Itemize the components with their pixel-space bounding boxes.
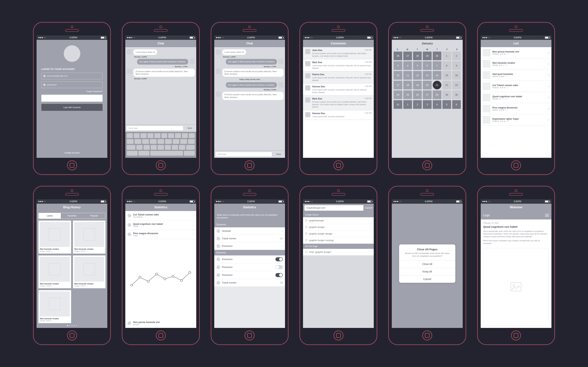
home-button[interactable] xyxy=(67,160,77,170)
calendar-day[interactable]: 26 xyxy=(394,51,402,60)
calendar-day[interactable]: 7 xyxy=(433,61,441,70)
calendar-day[interactable]: 5 xyxy=(442,100,451,109)
calendar-day[interactable]: 20 xyxy=(423,81,432,89)
calendar-day[interactable]: 1 xyxy=(403,100,412,109)
blog-tile[interactable]: Nisi honeste vivaturDesign ★★★☆☆ xyxy=(73,255,106,288)
blog-tile[interactable]: Nisi honeste vivaturDesign ★★★☆☆ xyxy=(73,221,106,254)
list-item[interactable]: Nisi honeste vivaturDesign ★★☆☆☆ › xyxy=(481,58,552,70)
calendar-day[interactable]: 30 xyxy=(452,91,461,99)
list-item[interactable]: Cui Tubuli nomen odioFashion ★★★☆☆ › xyxy=(481,81,552,92)
accordion-item[interactable]: Piso magna dissensioVisits⌃ xyxy=(125,230,196,239)
calendar-day[interactable]: 16 xyxy=(452,71,461,80)
calendar-day[interactable]: 3 xyxy=(423,100,432,109)
calendar-day[interactable]: 17 xyxy=(394,81,402,89)
home-button[interactable] xyxy=(422,160,432,170)
setting-row[interactable]: Tubuli nomenOff xyxy=(214,279,285,287)
calendar-day[interactable]: 2 xyxy=(413,100,422,109)
keyboard[interactable] xyxy=(125,132,196,158)
calendar-day[interactable]: 24 xyxy=(394,91,402,99)
home-button[interactable] xyxy=(511,160,521,170)
calendar-day[interactable]: 14 xyxy=(433,71,441,80)
calendar-day[interactable]: 1 xyxy=(442,51,451,60)
home-button[interactable] xyxy=(422,331,432,340)
calendar-day[interactable]: 29 xyxy=(442,91,451,99)
blog-tile[interactable]: Nisi honeste vivaturDesign ★★★☆☆ xyxy=(38,255,71,288)
calendar-day[interactable]: 19 xyxy=(413,81,422,89)
calendar-day[interactable]: 18 xyxy=(403,81,412,89)
calendar-day[interactable]: 28 xyxy=(413,51,422,60)
tab-popular[interactable]: Popular xyxy=(83,213,105,218)
send-button[interactable]: Send xyxy=(183,125,196,132)
search-input[interactable]: GraphicBurger.com xyxy=(304,205,363,211)
list-item[interactable]: Non posse honeste viviFashion ★★★☆☆ › xyxy=(481,47,552,58)
home-button[interactable] xyxy=(245,331,254,340)
calendar-day[interactable]: 10 xyxy=(394,71,402,80)
accordion-item[interactable]: Quod cognitum non habetTraffic⌄ xyxy=(125,220,196,230)
search-suggestion[interactable]: graphicburger xyxy=(303,217,374,224)
calendar-day[interactable]: 30 xyxy=(433,51,441,60)
message-input[interactable]: Lorem ipsu xyxy=(126,126,183,131)
calendar-day[interactable]: 22 xyxy=(442,81,451,89)
create-account-link[interactable]: Create Account xyxy=(41,151,103,154)
search-suggestion[interactable]: graphic burger mockup xyxy=(303,237,374,244)
forgot-password-link[interactable]: Forgot Password? xyxy=(41,90,103,92)
calendar-day[interactable]: 27 xyxy=(423,91,432,99)
setting-row[interactable]: Possenon› xyxy=(214,242,285,250)
calendar-day[interactable]: 28 xyxy=(433,91,441,99)
calendar-day[interactable]: 5 xyxy=(413,61,422,70)
list-item[interactable]: Sed quot hominesInterior ★★★☆☆ › xyxy=(481,70,552,81)
calendar-day[interactable]: 26 xyxy=(413,91,422,99)
calendar-day[interactable]: 12 xyxy=(413,71,422,80)
search-suggestion[interactable]: graphic burger xyxy=(303,224,374,231)
calendar-day[interactable]: 4 xyxy=(433,100,441,109)
comment-item[interactable]: Simone Doe5:35 PMLorem ipsum dolor sit a… xyxy=(303,110,374,120)
home-button[interactable] xyxy=(156,331,166,340)
setting-row[interactable]: Possenon xyxy=(214,271,285,279)
calendar-day[interactable]: 21 xyxy=(433,81,441,89)
home-button[interactable] xyxy=(156,160,166,170)
blog-tile[interactable]: Nisi honeste vivaturDesign ★★★☆☆ xyxy=(38,221,71,254)
accordion-item[interactable]: Non posse honeste viviAccess⌄ xyxy=(125,318,196,328)
alert-option[interactable]: Cancel xyxy=(399,275,455,283)
calendar-day[interactable]: 29 xyxy=(423,51,432,60)
toggle[interactable] xyxy=(276,265,283,269)
toggle[interactable] xyxy=(276,273,283,277)
calendar-day[interactable]: 4 xyxy=(403,61,412,70)
home-button[interactable] xyxy=(334,331,343,340)
search-suggestion[interactable]: graphic burger design xyxy=(303,231,374,237)
calendar-day[interactable]: 31 xyxy=(394,100,402,109)
comment-item[interactable]: Patrick Doe5:29 PMLorem ipsum dolor sit … xyxy=(303,71,374,83)
toggle[interactable] xyxy=(276,257,283,261)
alert-option[interactable]: Close All xyxy=(399,260,455,268)
tab-favorites[interactable]: Favorites xyxy=(61,213,83,218)
menu-icon[interactable] xyxy=(545,215,549,216)
calendar-day[interactable]: 27 xyxy=(403,51,412,60)
password-field[interactable]: password xyxy=(41,82,103,88)
home-button[interactable] xyxy=(334,160,343,170)
calendar-day[interactable]: 25 xyxy=(403,91,412,99)
facebook-login-button[interactable]: Login With Facebook xyxy=(41,104,103,111)
setting-row[interactable]: Honeste› xyxy=(214,227,285,235)
list-item[interactable]: Quod cognitum non habetDesign ★☆☆☆☆ › xyxy=(481,92,552,103)
comment-item[interactable]: John Doe5:20 PMEt harum quidem rerum fac… xyxy=(303,47,374,59)
calendar-day[interactable]: 11 xyxy=(403,71,412,80)
alert-option[interactable]: Keep All xyxy=(399,268,455,275)
comment-item[interactable]: Simone Doe5:35 PMLorem ipsum dolor sit a… xyxy=(303,83,374,96)
setting-row[interactable]: Possenon xyxy=(214,255,285,263)
setting-row[interactable]: Tubuli nomenOn xyxy=(214,235,285,242)
calendar-day[interactable]: 15 xyxy=(442,71,451,80)
list-item[interactable]: Experiamur igitur inquiFashion ★★★☆☆ › xyxy=(481,114,552,125)
calendar-day[interactable]: 23 xyxy=(452,81,461,89)
calendar-day[interactable]: 6 xyxy=(452,100,461,109)
calendar-day[interactable]: 8 xyxy=(442,61,451,70)
tab-latest[interactable]: Latest xyxy=(39,213,61,218)
calendar-day[interactable]: 9 xyxy=(452,61,461,70)
calendar-day[interactable]: 3 xyxy=(394,61,402,70)
login-button[interactable]: LOGIN xyxy=(41,95,103,102)
calendar-day[interactable]: 2 xyxy=(452,51,461,60)
calendar-day[interactable]: 13 xyxy=(423,71,432,80)
email-field[interactable]: youremail@mail.com xyxy=(41,73,103,79)
home-button[interactable] xyxy=(67,331,77,340)
setting-row[interactable]: Possenon xyxy=(214,263,285,271)
list-item[interactable]: Piso magna dissensioInterior ★★★☆☆ › xyxy=(481,103,552,114)
